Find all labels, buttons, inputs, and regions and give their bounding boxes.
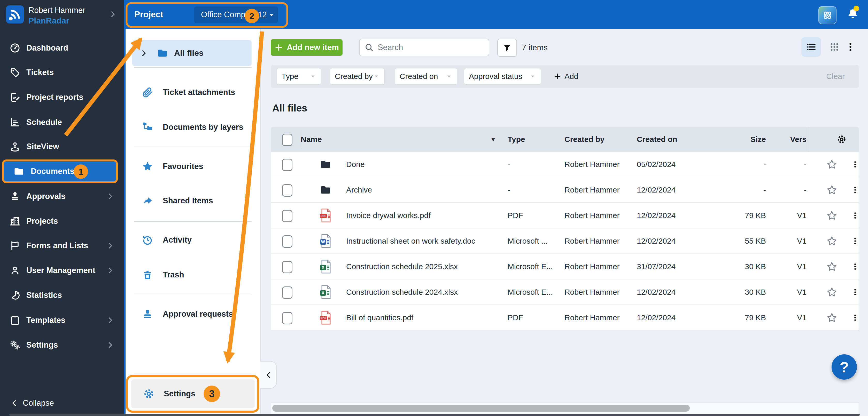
row-menu-button[interactable] (849, 279, 861, 305)
sort-caret-icon[interactable]: ▾ (492, 127, 495, 152)
row-menu-button[interactable] (849, 177, 861, 202)
panel-item-trash[interactable]: Trash (124, 261, 258, 289)
table-row-construction-schedule-2024-xlsx[interactable]: XConstruction schedule 2024.xlsxMicrosof… (271, 279, 859, 305)
favourite-toggle[interactable] (825, 203, 839, 228)
panel-divider (134, 373, 252, 373)
table-row-instructional-sheet-on-work-safety-doc[interactable]: WInstructional sheet on work safety.docM… (271, 229, 859, 254)
toolbar-menu-button[interactable] (844, 37, 857, 57)
row-menu-button[interactable] (849, 203, 861, 228)
filter-pill-label: Approval status (469, 72, 522, 81)
planradar-connect-button[interactable] (818, 6, 836, 24)
row-checkbox[interactable] (282, 184, 292, 197)
expand-chevron-icon[interactable] (140, 49, 148, 58)
table-horizontal-scrollbar[interactable] (271, 402, 859, 414)
filter-pill-created-on[interactable]: Created on (395, 68, 457, 84)
filter-pill-type[interactable]: Type (277, 68, 321, 84)
sidebar-item-siteview[interactable]: SiteView (0, 134, 124, 159)
file-type-cell: W (319, 229, 337, 253)
row-checkbox[interactable] (282, 312, 292, 324)
row-menu-button[interactable] (849, 229, 861, 253)
cell-created_by: Robert Hammer (564, 279, 619, 305)
table-row-bill-of-quantities-pdf[interactable]: PDFBill of quantities.pdfPDFRobert Hamme… (271, 305, 859, 331)
row-checkbox[interactable] (282, 261, 292, 273)
panel-divider (134, 221, 252, 222)
cell-name: Done (346, 152, 365, 177)
word-file-icon: W (319, 234, 332, 248)
sidebar-item-statistics[interactable]: Statistics (0, 283, 124, 308)
filter-button[interactable] (497, 39, 517, 57)
panel-item-settings[interactable]: Settings (131, 379, 255, 408)
row-checkbox[interactable] (282, 159, 292, 171)
sidebar-item-settings[interactable]: Settings (0, 333, 124, 357)
sidebar-item-forms-and-lists[interactable]: Forms and Lists (0, 233, 124, 258)
project-selector[interactable]: Office Complex 12 (194, 6, 278, 23)
sidebar-item-approvals[interactable]: Approvals (0, 184, 124, 209)
annotation-step-1-badge: 1 (74, 164, 88, 179)
row-menu-button[interactable] (849, 254, 861, 279)
row-checkbox[interactable] (282, 286, 292, 299)
panel-item-all-files[interactable]: All files (132, 40, 252, 66)
chevron-down-icon[interactable] (268, 11, 275, 19)
sidebar-item-tickets[interactable]: Tickets (0, 60, 124, 85)
row-checkbox[interactable] (282, 235, 292, 248)
favourite-toggle[interactable] (825, 152, 839, 177)
column-header-created-on[interactable]: Created on (637, 127, 677, 152)
sidebar-item-user-management[interactable]: User Management (0, 258, 124, 283)
panel-item-label: Shared Items (163, 196, 213, 205)
filter-pill-approval-status[interactable]: Approval status (464, 68, 541, 84)
favourite-toggle[interactable] (825, 305, 839, 330)
panel-item-approval-requests[interactable]: Approval requests (124, 300, 258, 328)
column-header-name[interactable]: Name (301, 127, 322, 152)
favourite-toggle[interactable] (825, 229, 839, 253)
table-row-invoice-drywal-works-pdf[interactable]: PDFInvoice drywal works.pdfPDFRobert Ham… (271, 203, 859, 229)
favourite-toggle[interactable] (825, 177, 839, 202)
list-view-toggle[interactable] (801, 37, 821, 57)
table-row-construction-schedule-2025-xlsx[interactable]: XConstruction schedule 2025.xlsxMicrosof… (271, 254, 859, 279)
table-header: Name ▾ Type Created by Created on Size V… (271, 127, 859, 152)
add-new-item-button[interactable]: Add new item (271, 39, 343, 56)
filter-pill-label: Created by (335, 72, 373, 81)
add-filter-button[interactable]: Add (554, 65, 578, 88)
sidebar-item-project-reports[interactable]: Project reports (0, 85, 124, 110)
tag-icon (9, 67, 21, 78)
sidebar-item-documents[interactable]: Documents (2, 160, 118, 183)
kebab-menu-icon (851, 288, 860, 297)
sidebar-item-label: SiteView (26, 142, 59, 151)
row-menu-button[interactable] (849, 305, 861, 330)
column-header-created-by[interactable]: Created by (564, 127, 604, 152)
row-checkbox[interactable] (282, 210, 292, 222)
sidebar-item-schedule[interactable]: Schedule (0, 110, 124, 135)
row-menu-button[interactable] (849, 152, 861, 177)
page-horizontal-scrollbar[interactable] (9, 414, 860, 416)
cell-created_on: 12/02/2024 (637, 177, 676, 202)
favourite-toggle[interactable] (825, 254, 839, 279)
panel-item-activity[interactable]: Activity (124, 226, 258, 254)
scrollbar-thumb[interactable] (272, 405, 690, 412)
select-all-checkbox[interactable] (282, 134, 292, 146)
sidebar-item-dashboard[interactable]: Dashboard (0, 36, 124, 60)
column-header-type[interactable]: Type (507, 127, 525, 152)
sidebar-item-templates[interactable]: Templates (0, 308, 124, 333)
panel-item-documents-by-layers[interactable]: Documents by layers (124, 113, 258, 141)
panel-item-shared-items[interactable]: Shared Items (124, 186, 258, 215)
panel-item-favourites[interactable]: Favourites (124, 152, 258, 181)
file-type-cell: X (319, 279, 337, 305)
chevron-right-icon[interactable] (108, 10, 117, 19)
sidebar-item-label: Approvals (26, 192, 66, 201)
panel-item-ticket-attachments[interactable]: Ticket attachments (124, 78, 258, 107)
column-header-version[interactable]: Vers (755, 127, 807, 152)
folder-icon (13, 166, 25, 177)
grid-view-toggle[interactable] (825, 37, 844, 57)
table-row-done[interactable]: Done-Robert Hammer05/02/2024-- (271, 152, 859, 177)
favourite-toggle[interactable] (825, 279, 839, 305)
panel-collapse-tab[interactable] (260, 361, 277, 389)
svg-text:PDF: PDF (320, 316, 327, 319)
table-row-archive[interactable]: Archive-Robert Hammer12/02/2024-- (271, 177, 859, 203)
column-settings-gear-button[interactable] (836, 127, 851, 152)
filter-pill-created-by[interactable]: Created by (330, 68, 385, 84)
clear-filters-button[interactable]: Clear (826, 65, 845, 88)
sidebar-item-projects[interactable]: Projects (0, 209, 124, 234)
search-input[interactable] (377, 43, 476, 53)
sidebar-collapse-button[interactable]: Collapse (0, 393, 124, 413)
help-button[interactable]: ? (832, 354, 857, 380)
